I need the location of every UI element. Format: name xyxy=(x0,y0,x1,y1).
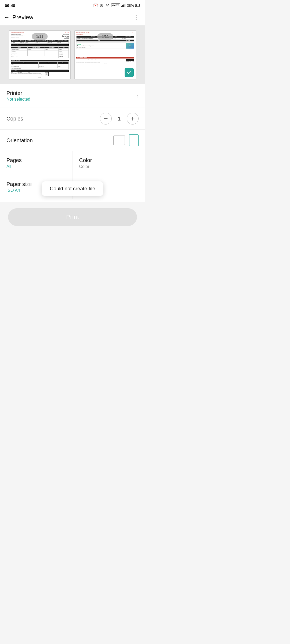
orientation-row: Orientation xyxy=(0,130,145,151)
page-2-check-badge xyxy=(125,68,134,77)
color-cell[interactable]: Color Color xyxy=(73,151,145,175)
status-bar: 09:48 VoLTE 38% xyxy=(0,0,145,10)
portrait-orientation-button[interactable] xyxy=(129,134,139,146)
printer-label: Printer xyxy=(6,90,137,96)
printer-row[interactable]: Printer Not selected › xyxy=(0,84,145,108)
landscape-orientation-button[interactable] xyxy=(113,136,125,145)
preview-area: 1/11 POSTPAID MONTHLY STA... Ms. Madhuri… xyxy=(0,25,145,84)
volte-icon: VoLTE xyxy=(111,3,120,7)
page-title: Preview xyxy=(12,14,132,21)
pages-label: Pages xyxy=(6,157,66,163)
copies-row: Copies − 1 + xyxy=(0,108,145,130)
copies-label: Copies xyxy=(6,116,100,122)
print-button[interactable]: Print xyxy=(8,208,137,226)
svg-rect-3 xyxy=(122,5,123,7)
printer-chevron-icon: › xyxy=(137,93,139,99)
paper-size-toast-container: Paper size ISO A4 Two-sided selected Cou… xyxy=(0,175,145,202)
preview-page-1[interactable]: 1/11 POSTPAID MONTHLY STA... Ms. Madhuri… xyxy=(9,30,71,79)
more-options-button[interactable]: ⋮ xyxy=(132,13,141,22)
page-1-badge: 1/11 xyxy=(32,33,48,40)
orientation-label: Orientation xyxy=(6,137,113,144)
svg-rect-9 xyxy=(140,5,140,6)
color-label: Color xyxy=(79,157,139,163)
copies-increment-button[interactable]: + xyxy=(127,113,139,125)
app-bar: ← Preview ⋮ xyxy=(0,10,145,25)
svg-rect-4 xyxy=(123,5,124,7)
color-value: Color xyxy=(79,164,139,169)
settings-section: Printer Not selected › Copies − 1 + Orie… xyxy=(0,84,145,202)
wifi-icon xyxy=(105,3,110,7)
pages-cell[interactable]: Pages All xyxy=(0,151,73,175)
pages-value: All xyxy=(6,164,66,169)
orientation-icons xyxy=(113,134,139,146)
battery-percent: 38% xyxy=(127,3,134,8)
svg-rect-6 xyxy=(125,4,125,7)
pages-color-row: Pages All Color Color xyxy=(0,151,145,175)
svg-rect-5 xyxy=(124,4,125,7)
printer-value: Not selected xyxy=(6,97,137,102)
back-button[interactable]: ← xyxy=(3,12,12,23)
copies-decrement-button[interactable]: − xyxy=(100,113,112,125)
status-icons: VoLTE 38% xyxy=(93,3,140,8)
print-button-wrap: Print xyxy=(0,202,145,234)
copies-value: 1 xyxy=(117,116,122,122)
toast-message: Could not create file xyxy=(50,186,95,191)
battery-icon xyxy=(135,4,140,7)
status-time: 09:48 xyxy=(5,3,15,8)
gmail-icon xyxy=(93,3,98,8)
svg-rect-2 xyxy=(121,6,122,7)
alarm-icon xyxy=(99,3,104,8)
page-2-badge: 2/11 xyxy=(97,33,113,40)
preview-page-2[interactable]: 2/11 POSTPAID MONTHLY STA... Payment Det… xyxy=(74,30,136,79)
copies-stepper: − 1 + xyxy=(100,113,139,125)
printer-label-group: Printer Not selected xyxy=(6,90,137,102)
signal-icon xyxy=(121,3,126,7)
svg-rect-8 xyxy=(136,4,137,6)
